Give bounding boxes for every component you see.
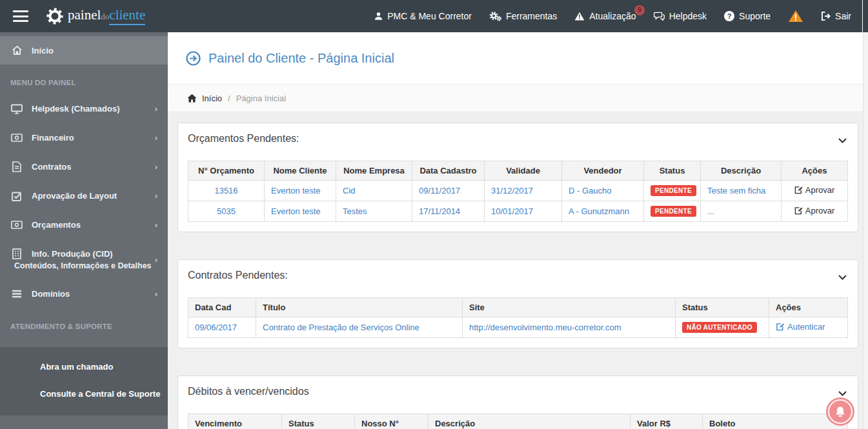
notifications-bell-button[interactable] <box>826 397 854 426</box>
bell-icon <box>834 406 846 418</box>
notification-count-badge: 9 <box>634 5 645 15</box>
nav-item-atualizacao[interactable]: Atualização 9 <box>574 11 636 21</box>
validade-link[interactable]: 10/01/2017 <box>491 206 533 216</box>
sidebar-item-aprovacao-layout[interactable]: Aprovação de Layout › <box>0 181 168 210</box>
nav-item-ferramentas[interactable]: Ferramentas <box>489 11 557 21</box>
vendedor-link[interactable]: D - Gaucho <box>569 186 611 195</box>
list-icon <box>10 290 23 298</box>
chevron-down-icon[interactable] <box>837 271 848 283</box>
sidebar-item-orcamentos[interactable]: Orçamentos › <box>0 210 168 239</box>
check-square-icon <box>10 191 23 201</box>
orcamentos-table: N° Orçamento Nome Cliente Nome Empresa D… <box>188 161 848 222</box>
chevron-right-icon: › <box>155 191 157 201</box>
status-badge: PENDENTE <box>651 185 696 196</box>
brand-part-cliente: cliente <box>109 7 145 25</box>
money-icon <box>10 134 23 142</box>
table-header-row: N° Orçamento Nome Cliente Nome Empresa D… <box>188 161 848 181</box>
sign-out-icon <box>821 12 831 21</box>
sidebar: Início MENU DO PAINEL Helpdesk (Chamados… <box>0 32 168 429</box>
sidebar-item-inicio[interactable]: Início <box>0 36 168 65</box>
sidebar-item-financeiro[interactable]: Financeiro › <box>0 123 168 152</box>
orcamento-numero-link[interactable]: 5035 <box>217 206 236 216</box>
home-icon <box>187 94 197 103</box>
brand-part-do: do <box>101 12 109 22</box>
orcamento-numero-link[interactable]: 13516 <box>214 186 237 195</box>
warning-triangle-icon <box>574 12 585 21</box>
chevron-right-icon: › <box>155 104 157 114</box>
cliente-link[interactable]: Everton teste <box>271 186 321 195</box>
breadcrumb-home-link[interactable]: Início <box>187 94 222 103</box>
table-header-row: Data Cad Título Site Status Ações <box>188 298 848 317</box>
user-icon <box>374 12 383 21</box>
nav-item-helpdesk[interactable]: Helpdesk <box>654 11 707 21</box>
chevron-right-icon: › <box>155 133 157 143</box>
alert-warning-icon[interactable] <box>788 10 803 23</box>
validade-link[interactable]: 31/12/2017 <box>491 186 533 195</box>
vendedor-link[interactable]: A - Gunutzmann <box>569 206 629 216</box>
home-icon <box>10 45 23 55</box>
page-header: Painel do Cliente - Página Inicial <box>168 32 868 84</box>
sidebar-section-support: ATENDIMENTO & SUPORTE <box>0 308 168 338</box>
contrato-data-link[interactable]: 09/06/2017 <box>195 323 237 332</box>
panel-title: Contratos Pendentes: <box>188 270 288 281</box>
cliente-link[interactable]: Everton teste <box>271 206 321 216</box>
panel-debitos: Débitos à vencer/vencidos Vencimento Sta… <box>177 375 858 429</box>
sidebar-support-panel: Abra um chamado Consulte a Central de Su… <box>0 347 168 415</box>
brand-logo[interactable]: paineldocliente <box>46 7 145 25</box>
table-header-row: Vencimento Status Nosso N° Descrição Val… <box>188 414 848 429</box>
nav-item-sair[interactable]: Sair <box>821 11 851 21</box>
chat-icon <box>654 12 665 21</box>
aprovar-button[interactable]: Aprovar <box>794 206 835 215</box>
main-content: Painel do Cliente - Página Inicial Iníci… <box>168 32 868 429</box>
nav-item-suporte[interactable]: ? Suporte <box>724 11 771 21</box>
empresa-link[interactable]: Testes <box>343 206 367 216</box>
table-row: 13516 Everton teste Cid 09/11/2017 31/12… <box>188 181 848 201</box>
building-icon <box>10 248 23 259</box>
autenticar-button[interactable]: Autenticar <box>776 322 825 332</box>
sidebar-item-info-producao[interactable]: Info. Produção (CID) Conteúdos, Informaç… <box>0 239 168 279</box>
file-icon <box>10 161 23 172</box>
money-icon <box>10 221 23 229</box>
sidebar-item-dominios[interactable]: Domínios › <box>0 279 168 308</box>
sidebar-link-abra-chamado[interactable]: Abra um chamado <box>0 354 168 381</box>
sidebar-item-helpdesk-chamados[interactable]: Helpdesk (Chamados) › <box>0 94 168 123</box>
svg-text:?: ? <box>727 12 732 20</box>
nav-item-pmc[interactable]: PMC & Meu Corretor <box>374 11 472 21</box>
chevron-down-icon[interactable] <box>837 134 848 146</box>
top-navbar: paineldocliente PMC & Meu Corretor Ferra… <box>0 0 868 32</box>
table-row: 5035 Everton teste Testes 17/11/2014 10/… <box>188 201 848 222</box>
sidebar-item-contratos[interactable]: Contratos › <box>0 152 168 181</box>
descricao-link[interactable]: Teste sem ficha <box>707 186 765 195</box>
sidebar-link-central-suporte[interactable]: Consulte a Central de Suporte <box>0 381 168 408</box>
panel-title: Débitos à vencer/vencidos <box>188 386 309 397</box>
breadcrumb: Início / Página Inicial <box>168 84 868 112</box>
chevron-right-icon: › <box>155 289 157 299</box>
scrollbar[interactable] <box>863 32 868 429</box>
status-badge: PENDENTE <box>651 206 696 217</box>
data-cadastro-link[interactable]: 17/11/2014 <box>419 206 460 216</box>
pencil-square-icon <box>794 186 803 194</box>
panel-orcamentos-pendentes: Orçamentos Pendentes: N° Orçamento Nome … <box>177 123 858 232</box>
contratos-table: Data Cad Título Site Status Ações 09/06/… <box>188 297 848 338</box>
circle-arrow-right-icon <box>186 51 201 66</box>
question-circle-icon: ? <box>724 11 734 21</box>
status-badge: NÃO AUTENTICADO <box>682 322 757 333</box>
contrato-titulo-link[interactable]: Contrato de Prestação de Serviços Online <box>263 323 419 332</box>
empresa-link[interactable]: Cid <box>343 186 356 195</box>
table-row: 09/06/2017 Contrato de Prestação de Serv… <box>188 317 848 338</box>
menu-toggle-icon[interactable] <box>13 10 28 22</box>
aprovar-button[interactable]: Aprovar <box>794 185 835 195</box>
sidebar-section-menu: MENU DO PAINEL <box>0 65 168 94</box>
chevron-right-icon: › <box>155 220 157 230</box>
sidebar-item-info-producao-subtitle: Conteúdos, Informações e Detalhes <box>10 261 157 270</box>
descricao-link[interactable]: ... <box>707 206 714 216</box>
brand-part-painel: painel <box>68 7 101 23</box>
data-cadastro-link[interactable]: 09/11/2017 <box>419 186 460 195</box>
pencil-square-icon <box>776 323 785 331</box>
pencil-square-icon <box>794 206 803 215</box>
chevron-right-icon: › <box>155 255 157 264</box>
contrato-site-link[interactable]: http://desenvolvimento.meu-corretor.com <box>469 323 621 332</box>
page-title: Painel do Cliente - Página Inicial <box>208 51 394 66</box>
panel-title: Orçamentos Pendentes: <box>188 133 299 145</box>
breadcrumb-current: Página Inicial <box>236 94 286 103</box>
